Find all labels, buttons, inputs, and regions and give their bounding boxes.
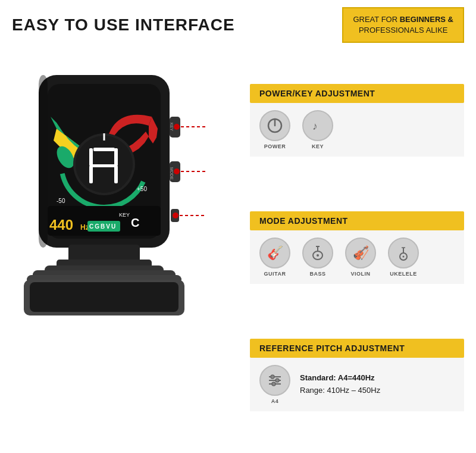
pitch-header: REFERENCE PITCH ADJUSTMENT <box>250 339 464 358</box>
header-badge: GREAT FOR BEGINNERS & PROFESSIONALS ALIK… <box>342 7 464 43</box>
mode-header: MODE ADJUSTMENT <box>250 211 464 230</box>
svg-point-52 <box>403 255 405 257</box>
svg-text:+50: +50 <box>137 186 147 192</box>
svg-rect-40 <box>30 282 178 312</box>
svg-point-31 <box>174 168 180 174</box>
key-label: KEY <box>312 143 324 149</box>
svg-text:MODE: MODE <box>170 167 174 180</box>
pitch-details: Standard: A4=440Hz Range: 410Hz – 450Hz <box>300 372 380 397</box>
svg-rect-11 <box>89 165 93 183</box>
main-content: -50 +50 KEY C 440 Hz CGBVU KEY MODE <box>0 48 476 453</box>
bass-label: BASS <box>309 271 325 277</box>
svg-text:CGBVU: CGBVU <box>89 223 117 230</box>
violin-icon: 🎻 <box>345 238 376 268</box>
key-icon-item: ♪ KEY <box>302 110 333 149</box>
pitch-feature: REFERENCE PITCH ADJUSTMENT <box>250 339 464 411</box>
power-key-feature: POWER/KEY ADJUSTMENT POWER <box>250 84 464 157</box>
bass-icon <box>302 238 333 268</box>
badge-text-suffix: PROFESSIONALS ALIKE <box>359 26 448 35</box>
page-header: EASY TO USE INTERFACE GREAT FOR BEGINNER… <box>0 0 476 48</box>
svg-rect-41 <box>39 75 48 248</box>
violin-label: VIOLIN <box>350 271 370 277</box>
svg-rect-8 <box>89 148 93 166</box>
svg-point-56 <box>275 379 279 382</box>
power-key-icons: POWER ♪ KEY <box>259 110 455 149</box>
svg-text:KEY: KEY <box>119 212 130 218</box>
device-area: -50 +50 KEY C 440 Hz CGBVU KEY MODE <box>6 48 238 447</box>
svg-point-48 <box>317 254 319 257</box>
pitch-standard: Standard: A4=440Hz <box>300 373 375 382</box>
pitch-range: Range: 410Hz – 450Hz <box>300 386 380 395</box>
svg-text:C: C <box>131 216 139 229</box>
svg-text:KEY: KEY <box>170 123 174 131</box>
power-icon-circle <box>259 110 290 141</box>
mode-feature: MODE ADJUSTMENT 🎸 GUITAR <box>250 211 464 284</box>
svg-text:♪: ♪ <box>312 120 318 132</box>
pitch-info: A4 Standard: A4=440Hz Range: 410Hz – 450… <box>259 365 455 404</box>
mode-content: 🎸 GUITAR <box>250 230 464 284</box>
svg-rect-7 <box>93 148 115 151</box>
badge-bold: BEGINNERS & <box>400 15 453 24</box>
svg-rect-12 <box>114 165 118 183</box>
ukelele-label: UKELELE <box>390 271 417 277</box>
svg-rect-9 <box>114 148 118 166</box>
page-title: EASY TO USE INTERFACE <box>12 7 330 43</box>
pitch-content: A4 Standard: A4=440Hz Range: 410Hz – 450… <box>250 358 464 411</box>
features-area: POWER/KEY ADJUSTMENT POWER <box>238 48 470 447</box>
power-key-header: POWER/KEY ADJUSTMENT <box>250 84 464 103</box>
ukelele-icon <box>388 238 419 268</box>
badge-text-prefix: GREAT FOR <box>353 15 399 24</box>
power-icon-item: POWER <box>259 110 290 149</box>
svg-rect-10 <box>91 164 116 167</box>
svg-text:-50: -50 <box>57 198 65 204</box>
key-icon-circle: ♪ <box>302 110 333 141</box>
power-label: POWER <box>264 143 286 149</box>
violin-icon-item: 🎻 VIOLIN <box>345 238 376 277</box>
bass-icon-item: BASS <box>302 238 333 277</box>
a4-icon-item: A4 <box>259 365 290 404</box>
power-key-content: POWER ♪ KEY <box>250 103 464 157</box>
guitar-icon-item: 🎸 GUITAR <box>259 238 290 277</box>
ukelele-icon-item: UKELELE <box>388 238 419 277</box>
svg-text:440: 440 <box>49 217 73 233</box>
svg-point-58 <box>272 382 275 386</box>
guitar-icon: 🎸 <box>259 238 290 268</box>
guitar-label: GUITAR <box>264 271 286 277</box>
mode-icons: 🎸 GUITAR <box>259 238 455 277</box>
svg-point-33 <box>173 213 178 218</box>
a4-label: A4 <box>271 398 279 404</box>
device-image: -50 +50 KEY C 440 Hz CGBVU KEY MODE <box>21 69 223 426</box>
svg-point-29 <box>174 124 180 130</box>
svg-point-54 <box>271 375 274 379</box>
a4-icon <box>259 365 290 396</box>
